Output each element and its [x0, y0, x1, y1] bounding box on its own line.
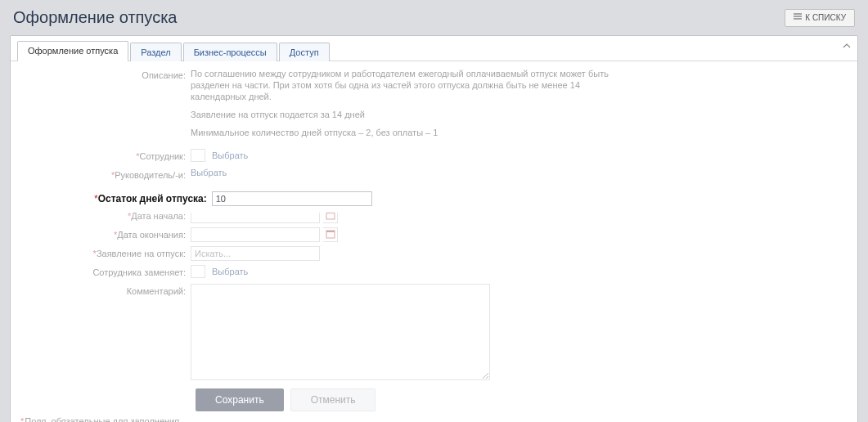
tabs-bar: Оформление отпуска Раздел Бизнес-процесс…	[11, 36, 857, 61]
page-header: Оформление отпуска К СПИСКУ	[0, 0, 868, 35]
label-end-date: *Дата окончания:	[17, 227, 191, 242]
description-text: По соглашению между сотрудником и работо…	[191, 68, 632, 145]
to-list-label: К СПИСКУ	[805, 13, 846, 22]
description-p1: По соглашению между сотрудником и работо…	[191, 68, 632, 102]
employee-picker[interactable]	[191, 149, 205, 162]
comment-textarea[interactable]	[191, 284, 490, 380]
svg-rect-1	[326, 212, 335, 213]
row-manager: *Руководитель/-и: Выбрать	[17, 168, 851, 182]
end-date-calendar-button[interactable]	[323, 227, 338, 242]
row-employee: *Сотрудник: Выбрать	[17, 149, 851, 164]
start-date-input[interactable]	[191, 209, 320, 223]
row-comment: Комментарий:	[17, 284, 851, 380]
substitute-picker[interactable]	[191, 265, 205, 278]
start-date-calendar-button[interactable]	[323, 209, 338, 223]
label-employee: *Сотрудник:	[17, 149, 191, 164]
end-date-input[interactable]	[191, 227, 320, 242]
main-panel: Оформление отпуска Раздел Бизнес-процесс…	[10, 35, 858, 422]
substitute-select-link[interactable]: Выбрать	[212, 267, 248, 276]
form-area: Описание: По соглашению между сотруднико…	[11, 61, 857, 422]
row-application: *Заявление на отпуск:	[17, 246, 851, 261]
manager-select-link[interactable]: Выбрать	[191, 168, 227, 177]
label-comment: Комментарий:	[17, 284, 191, 299]
to-list-button[interactable]: К СПИСКУ	[785, 9, 855, 27]
svg-rect-3	[326, 231, 335, 232]
label-substitute: Сотрудника заменяет:	[17, 265, 191, 280]
list-icon	[794, 13, 802, 23]
tab-business-processes[interactable]: Бизнес-процессы	[183, 43, 277, 61]
required-footnote: *Поля, обязательные для заполнения.	[20, 416, 851, 422]
cancel-button[interactable]: Отменить	[290, 388, 376, 411]
label-description: Описание:	[17, 68, 191, 83]
row-substitute: Сотрудника заменяет: Выбрать	[17, 265, 851, 280]
calendar-icon	[326, 229, 335, 240]
tab-leave-request[interactable]: Оформление отпуска	[17, 41, 128, 61]
row-description: Описание: По соглашению между сотруднико…	[17, 68, 851, 145]
save-button[interactable]: Сохранить	[196, 388, 284, 411]
row-end-date: *Дата окончания:	[17, 227, 851, 242]
label-start-date: *Дата начала:	[17, 209, 191, 223]
highlight-remaining-days: *Остаток дней отпуска:	[91, 188, 379, 209]
remaining-days-input[interactable]	[212, 191, 372, 206]
label-application: *Заявление на отпуск:	[17, 246, 191, 261]
collapse-icon[interactable]	[843, 43, 851, 52]
tab-access[interactable]: Доступ	[279, 43, 330, 61]
calendar-icon	[326, 210, 335, 222]
application-input[interactable]	[191, 246, 320, 261]
employee-select-link[interactable]: Выбрать	[212, 150, 248, 160]
description-p3: Минимальное количество дней отпуска – 2,…	[191, 127, 632, 138]
form-actions: Сохранить Отменить	[196, 388, 851, 411]
label-remaining-days: *Остаток дней отпуска:	[94, 191, 212, 206]
tab-section[interactable]: Раздел	[130, 43, 181, 61]
row-start-date: *Дата начала:	[17, 209, 851, 223]
label-manager: *Руководитель/-и:	[17, 168, 191, 182]
description-p2: Заявление на отпуск подается за 14 дней	[191, 109, 632, 120]
page-title: Оформление отпуска	[13, 8, 177, 27]
